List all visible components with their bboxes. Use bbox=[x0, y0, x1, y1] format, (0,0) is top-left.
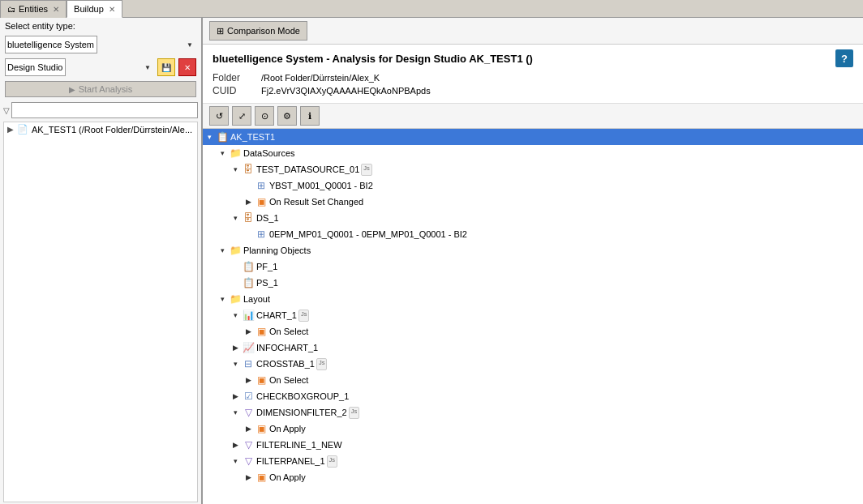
entity-type-label: Select entity type: bbox=[0, 18, 201, 34]
tree-label: On Select bbox=[269, 327, 308, 336]
tree-icon: 📁 bbox=[229, 293, 242, 305]
info-area: bluetelligence System - Analysis for Des… bbox=[203, 45, 863, 104]
expand-arrow[interactable]: ▶ bbox=[242, 425, 255, 433]
expand-arrow[interactable]: ▾ bbox=[203, 133, 216, 141]
tree-label: 0EPM_MP01_Q0001 - 0EPM_MP01_Q0001 - BI2 bbox=[269, 229, 467, 239]
tree-item[interactable]: ▶📈INFOCHART_1 bbox=[203, 340, 863, 356]
tree-label: DIMENSIONFILTER_2 bbox=[256, 408, 347, 417]
tab-buildup[interactable]: Buildup ✕ bbox=[67, 0, 122, 18]
tree-label: FILTERLINE_1_NEW bbox=[256, 440, 342, 450]
red-button[interactable]: ✕ bbox=[178, 58, 196, 76]
tool-btn-2[interactable]: ⤢ bbox=[232, 106, 251, 126]
tree-item[interactable]: ▶▽FILTERLINE_1_NEW bbox=[203, 437, 863, 453]
tree-item[interactable]: 📋PS_1 bbox=[203, 275, 863, 291]
expand-arrow[interactable]: ▶ bbox=[229, 441, 242, 449]
system-dropdown[interactable]: bluetelligence System bbox=[5, 36, 97, 53]
play-icon: ▶ bbox=[69, 85, 75, 94]
expand-arrow[interactable]: ▶ bbox=[242, 376, 255, 384]
tree-icon: ▽ bbox=[242, 438, 255, 451]
item-icon: 📄 bbox=[17, 124, 28, 135]
tree-badge: Js bbox=[298, 310, 310, 322]
tree-label: CHECKBOXGROUP_1 bbox=[256, 391, 349, 401]
tree-badge: Js bbox=[316, 358, 328, 370]
tree-item[interactable]: ▾📊CHART_1Js bbox=[203, 307, 863, 323]
expand-arrow[interactable]: ▾ bbox=[229, 214, 242, 222]
tree-icon: ▣ bbox=[255, 325, 268, 338]
tool-btn-4[interactable]: ⚙ bbox=[277, 106, 297, 126]
tree-icon: ⊟ bbox=[242, 357, 255, 370]
tree-item[interactable]: ▾📁Layout bbox=[203, 291, 863, 307]
tree-icon: ☑ bbox=[242, 390, 255, 403]
tree-item[interactable]: ▶▣On Apply bbox=[203, 469, 863, 485]
tab-buildup-close[interactable]: ✕ bbox=[109, 5, 115, 14]
tree-badge: Js bbox=[327, 455, 338, 468]
tree-item[interactable]: ▶▣On Result Set Changed bbox=[203, 194, 863, 210]
expand-arrow[interactable]: ▶ bbox=[229, 344, 242, 352]
tree-item[interactable]: ▾⊟CROSSTAB_1Js bbox=[203, 356, 863, 372]
tree-icon: 📋 bbox=[216, 130, 229, 143]
tree-item[interactable]: ▶☑CHECKBOXGROUP_1 bbox=[203, 388, 863, 404]
tab-entities-close[interactable]: ✕ bbox=[53, 5, 59, 14]
tab-entities-icon: 🗂 bbox=[7, 5, 15, 14]
expand-arrow[interactable]: ▶ bbox=[242, 327, 255, 335]
tree-icon: ▣ bbox=[255, 374, 268, 387]
expand-arrow[interactable]: ▶ bbox=[229, 392, 242, 400]
tool-btn-5[interactable]: ℹ bbox=[300, 106, 320, 126]
tree-item[interactable]: ▾🗄TEST_DATASOURCE_01Js bbox=[203, 161, 863, 177]
list-item[interactable]: ▶ 📄 AK_TEST1 (/Root Folder/Dürrstein/Ale… bbox=[4, 122, 197, 136]
env-dropdown[interactable]: Design Studio bbox=[5, 58, 66, 76]
tree-area[interactable]: ▾📋AK_TEST1▾📁DataSources▾🗄TEST_DATASOURCE… bbox=[203, 129, 863, 504]
tree-label: DS_1 bbox=[256, 213, 279, 223]
expand-arrow[interactable]: ▾ bbox=[229, 360, 242, 368]
tool-btn-1[interactable]: ↺ bbox=[209, 106, 229, 126]
tree-icon: ▽ bbox=[242, 455, 255, 468]
tree-item[interactable]: ▾▽DIMENSIONFILTER_2Js bbox=[203, 404, 863, 421]
tree-icon: ▣ bbox=[255, 471, 268, 484]
tree-label: Planning Objects bbox=[243, 246, 311, 255]
tree-icon: ⊞ bbox=[255, 179, 268, 192]
expand-arrow[interactable]: ▾ bbox=[229, 165, 242, 173]
tree-item[interactable]: 📋PF_1 bbox=[203, 258, 863, 275]
tree-item[interactable]: ▾📁Planning Objects bbox=[203, 242, 863, 258]
tab-entities[interactable]: 🗂 Entities ✕ bbox=[0, 0, 67, 18]
folder-value: /Root Folder/Dürrstein/Alex_K bbox=[261, 73, 380, 83]
expand-arrow[interactable]: ▶ bbox=[242, 198, 255, 206]
tree-label: On Apply bbox=[269, 472, 306, 482]
filter-input[interactable] bbox=[11, 102, 198, 118]
expand-arrow[interactable]: ▶ bbox=[242, 473, 255, 481]
tree-item[interactable]: ▶▣On Select bbox=[203, 372, 863, 388]
expand-arrow[interactable]: ▾ bbox=[216, 246, 229, 254]
tree-item[interactable]: ⊞0EPM_MP01_Q0001 - 0EPM_MP01_Q0001 - BI2 bbox=[203, 226, 863, 242]
tree-icon: ▣ bbox=[255, 422, 268, 435]
expand-arrow[interactable]: ▾ bbox=[229, 408, 242, 416]
tree-item[interactable]: ▾▽FILTERPANEL_1Js bbox=[203, 453, 863, 469]
expand-arrow[interactable]: ▾ bbox=[216, 295, 229, 303]
tree-icon: 📈 bbox=[242, 341, 255, 354]
expand-arrow[interactable]: ▾ bbox=[229, 311, 242, 319]
tree-label: PF_1 bbox=[256, 262, 277, 271]
tool-btn-3[interactable]: ⊙ bbox=[255, 106, 274, 126]
tree-icon: 📁 bbox=[229, 244, 242, 257]
tree-item[interactable]: ▶▣On Select bbox=[203, 323, 863, 340]
analysis-title: bluetelligence System - Analysis for Des… bbox=[213, 53, 533, 65]
help-button[interactable]: ? bbox=[835, 49, 853, 67]
tree-label: On Apply bbox=[269, 424, 306, 434]
tree-label: CROSSTAB_1 bbox=[256, 359, 315, 369]
tree-icon: 🗄 bbox=[242, 211, 255, 224]
expand-arrow[interactable]: ▾ bbox=[229, 457, 242, 465]
comparison-mode-button[interactable]: ⊞ Comparison Mode bbox=[209, 21, 307, 41]
expand-arrow[interactable]: ▾ bbox=[216, 149, 229, 157]
tree-icon: 📊 bbox=[242, 309, 255, 322]
yellow-button[interactable]: 💾 bbox=[157, 58, 175, 76]
tree-item[interactable]: ⊞YBST_M001_Q0001 - BI2 bbox=[203, 177, 863, 194]
tree-item[interactable]: ▾🗄DS_1 bbox=[203, 210, 863, 226]
folder-label: Folder bbox=[213, 72, 261, 83]
tree-item[interactable]: ▶▣On Apply bbox=[203, 421, 863, 437]
start-analysis-button[interactable]: ▶ Start Analysis bbox=[5, 81, 196, 97]
tree-item[interactable]: ▾📋AK_TEST1 bbox=[203, 129, 863, 145]
left-tree: ▶ 📄 AK_TEST1 (/Root Folder/Dürrstein/Ale… bbox=[3, 122, 198, 502]
tree-item[interactable]: ▾📁DataSources bbox=[203, 145, 863, 161]
right-panel: ⊞ Comparison Mode bluetelligence System … bbox=[203, 18, 863, 504]
tree-label: YBST_M001_Q0001 - BI2 bbox=[269, 181, 373, 190]
filter-icon: ▽ bbox=[3, 106, 10, 115]
